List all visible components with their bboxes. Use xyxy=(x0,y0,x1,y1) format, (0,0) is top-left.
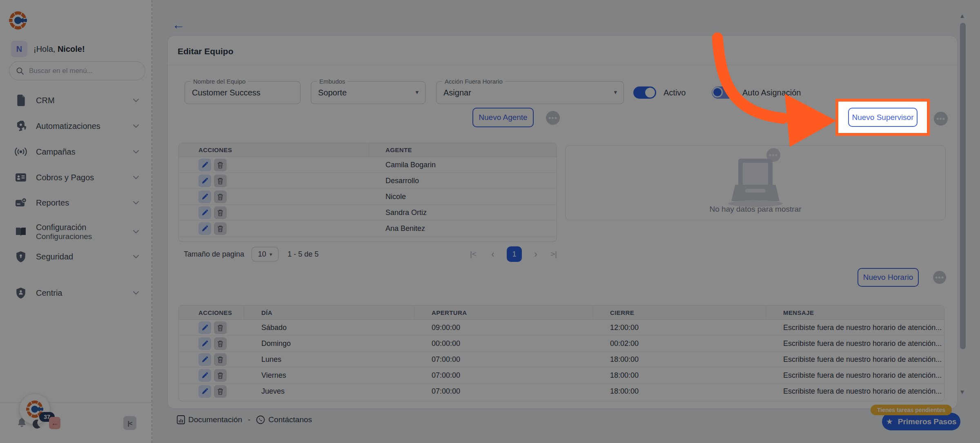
new-supervisor-button[interactable]: Nuevo Supervisor xyxy=(848,108,918,127)
app-window: { "colors":{"accent":"#3f63dd","toggle_b… xyxy=(0,0,980,443)
tutorial-arrow-annotation xyxy=(690,32,853,166)
